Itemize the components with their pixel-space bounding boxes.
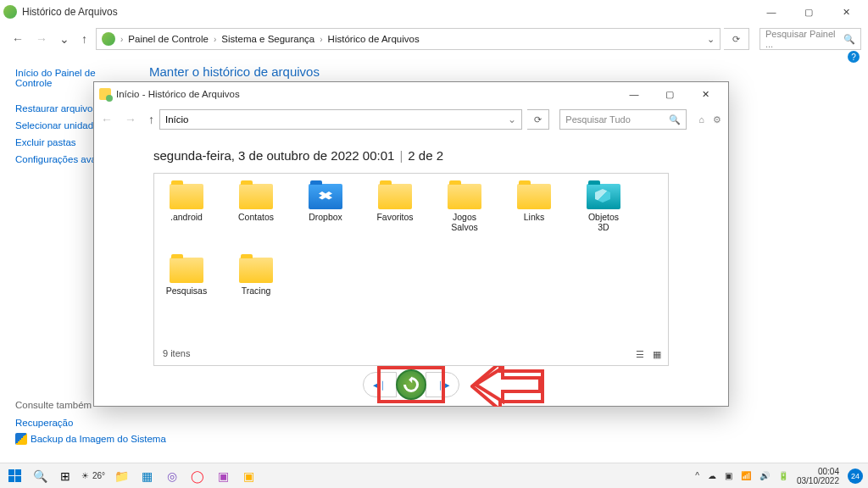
fh-address-dropdown[interactable]: ⌄ <box>508 114 516 125</box>
task-view-icon[interactable]: ⊞ <box>56 467 75 485</box>
taskbar-app-generic2[interactable]: ▣ <box>239 467 258 485</box>
fh-search-placeholder: Pesquisar Tudo <box>565 114 630 125</box>
folder-item[interactable]: Tracing <box>234 258 278 297</box>
breadcrumb[interactable]: Sistema e Segurança <box>221 34 314 44</box>
fh-title-bar: Início - Histórico de Arquivos — ▢ ✕ <box>94 82 728 106</box>
tray-wifi-icon[interactable]: 📶 <box>741 471 751 480</box>
search-input[interactable]: Pesquisar Painel ... 🔍 <box>760 28 861 50</box>
folder-icon <box>239 258 273 283</box>
folder-icon <box>239 184 273 209</box>
up-button[interactable]: ↑ <box>81 32 87 46</box>
home-icon[interactable]: ⌂ <box>698 114 704 125</box>
tray-battery-icon[interactable]: 🔋 <box>778 471 788 480</box>
taskbar: 🔍 ⊞ ☀26° 📁 ▦ ◎ ◯ ▣ ▣ ^ ☁ ▣ 📶 🔊 🔋 00:04 0… <box>0 463 868 488</box>
taskbar-app-opera[interactable]: ◯ <box>188 467 207 485</box>
taskbar-app-trello[interactable]: ▦ <box>137 467 156 485</box>
breadcrumb[interactable]: Painel de Controle <box>128 34 209 44</box>
help-icon[interactable]: ? <box>848 51 860 63</box>
tray-meet-icon[interactable]: ▣ <box>725 471 732 480</box>
back-button[interactable]: ← <box>12 32 24 46</box>
taskbar-app-explorer[interactable]: 📁 <box>112 467 131 485</box>
minimize-button[interactable]: — <box>753 0 790 24</box>
item-count: 9 itens <box>163 348 190 358</box>
fh-date-line: segunda-feira, 3 de outubro de 2022 00:0… <box>153 148 669 163</box>
notification-badge[interactable]: 24 <box>848 469 863 484</box>
folder-item[interactable]: Links <box>512 184 556 232</box>
nav-bar: ← → ⌄ ↑ › Painel de Controle › Sistema e… <box>0 24 868 54</box>
fh-window-title: Início - Histórico de Arquivos <box>116 89 616 99</box>
maximize-button[interactable]: ▢ <box>790 0 827 24</box>
address-dropdown[interactable]: ⌄ <box>707 34 715 45</box>
folder-label: Links <box>512 213 556 223</box>
tray-chevron-icon[interactable]: ^ <box>695 471 699 480</box>
see-also-link[interactable]: Recuperação <box>15 415 166 430</box>
fh-nav-bar: ← → ↑ Início ⌄ ⟳ Pesquisar Tudo 🔍 ⌂ ⚙ <box>94 106 728 133</box>
taskbar-search-icon[interactable]: 🔍 <box>31 467 49 485</box>
annotation-highlight-box <box>377 366 445 403</box>
forward-button[interactable]: → <box>36 32 47 46</box>
close-button[interactable]: ✕ <box>827 0 865 24</box>
page-heading: Manter o histórico de arquivos <box>149 64 320 79</box>
search-icon: 🔍 <box>669 114 681 125</box>
start-button[interactable] <box>5 467 24 485</box>
taskbar-app-generic1[interactable]: ▣ <box>214 467 232 485</box>
fh-address-bar[interactable]: Início ⌄ <box>159 109 522 130</box>
gear-icon[interactable]: ⚙ <box>713 114 721 125</box>
folder-item[interactable]: Pesquisas <box>164 258 209 297</box>
folder-label: Jogos Salvos <box>442 213 487 232</box>
fh-close-button[interactable]: ✕ <box>687 83 723 105</box>
shield-icon <box>15 433 27 445</box>
breadcrumb[interactable]: Histórico de Arquivos <box>328 34 420 44</box>
folder-item[interactable]: Objetos 3D <box>581 184 626 232</box>
folder-icon <box>170 258 203 283</box>
folder-item[interactable]: Dropbox <box>303 184 348 232</box>
folder-label: Pesquisas <box>164 286 209 297</box>
folder-icon <box>517 184 551 209</box>
folder-icon <box>170 184 203 209</box>
folder-icon <box>448 184 481 209</box>
grid-view-icon[interactable]: ▦ <box>653 349 661 360</box>
folder-label: .android <box>164 213 209 223</box>
annotation-arrow <box>470 366 547 407</box>
folder-icon <box>378 184 412 209</box>
app-icon <box>3 5 17 19</box>
see-also-link[interactable]: Backup da Imagem do Sistema <box>15 430 166 447</box>
folder-icon <box>587 184 620 209</box>
folder-label: Tracing <box>234 286 278 297</box>
taskbar-app-obs[interactable]: ◎ <box>163 467 181 485</box>
fh-minimize-button[interactable]: — <box>616 83 652 105</box>
location-icon <box>102 32 115 46</box>
fh-up-button[interactable]: ↑ <box>148 113 154 126</box>
folder-label: Contatos <box>234 213 278 223</box>
folder-item[interactable]: Jogos Salvos <box>442 184 487 232</box>
folder-label: Dropbox <box>303 213 348 223</box>
main-title-bar: Histórico de Arquivos — ▢ ✕ <box>0 0 868 24</box>
search-icon: 🔍 <box>843 34 855 45</box>
window-title: Histórico de Arquivos <box>22 6 753 18</box>
search-placeholder: Pesquisar Painel ... <box>765 29 843 49</box>
folder-icon <box>309 184 342 209</box>
folder-item[interactable]: Contatos <box>234 184 278 232</box>
folder-item[interactable]: Favoritos <box>373 184 417 232</box>
list-view-icon[interactable]: ☰ <box>636 349 644 360</box>
see-also-section: Consulte também Recuperação Backup da Im… <box>15 400 166 447</box>
history-dropdown[interactable]: ⌄ <box>59 32 70 46</box>
system-clock[interactable]: 00:04 03/10/2022 <box>797 467 839 485</box>
fh-search-input[interactable]: Pesquisar Tudo 🔍 <box>559 109 687 130</box>
tray-volume-icon[interactable]: 🔊 <box>760 471 770 480</box>
folder-label: Objetos 3D <box>581 213 626 232</box>
fh-refresh-button[interactable]: ⟳ <box>527 109 549 130</box>
tray-onedrive-icon[interactable]: ☁ <box>708 471 716 480</box>
weather-widget[interactable]: ☀26° <box>81 471 105 480</box>
fh-file-area: .androidContatosDropboxFavoritosJogos Sa… <box>153 173 669 366</box>
file-history-window: Início - Histórico de Arquivos — ▢ ✕ ← →… <box>93 81 729 407</box>
refresh-button[interactable]: ⟳ <box>724 28 749 50</box>
folder-label: Favoritos <box>373 213 417 223</box>
fh-app-icon <box>99 88 111 100</box>
address-bar[interactable]: › Painel de Controle › Sistema e Seguran… <box>96 28 721 50</box>
folder-item[interactable]: .android <box>164 184 209 232</box>
fh-maximize-button[interactable]: ▢ <box>652 83 687 105</box>
fh-forward-button[interactable]: → <box>125 113 136 126</box>
fh-back-button[interactable]: ← <box>101 113 113 126</box>
fh-address-text: Início <box>165 114 189 125</box>
